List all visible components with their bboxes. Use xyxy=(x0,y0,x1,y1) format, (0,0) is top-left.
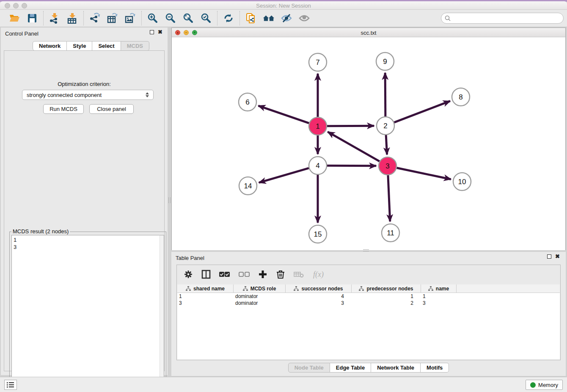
criterion-dropdown[interactable]: strongly connected component xyxy=(22,90,154,100)
table-cell[interactable]: 1 xyxy=(177,293,234,300)
table-cell[interactable]: dominator xyxy=(234,300,286,306)
close-panel-icon[interactable]: ✖ xyxy=(555,254,560,259)
column-header-predecessor-nodes[interactable]: predecessor nodes xyxy=(352,284,421,293)
tab-network-table[interactable]: Network Table xyxy=(371,363,421,373)
table-cell[interactable]: 1 xyxy=(421,293,457,300)
network-window-titlebar[interactable]: x − + scc.txt xyxy=(172,28,565,37)
dropdown-stepper-icon xyxy=(146,92,149,97)
graph-node-14[interactable]: 14 xyxy=(239,177,257,195)
search-input[interactable] xyxy=(441,13,564,24)
export-table-icon[interactable] xyxy=(107,12,118,24)
result-scrollbar[interactable] xyxy=(160,235,164,389)
table-cell[interactable]: 3 xyxy=(177,300,234,306)
graph-edge-1-2[interactable] xyxy=(327,126,374,126)
graph-node-label: 3 xyxy=(385,162,389,170)
column-header-name[interactable]: name xyxy=(421,284,457,293)
graph-node-10[interactable]: 10 xyxy=(453,173,471,190)
run-mcds-button[interactable]: Run MCDS xyxy=(43,104,84,114)
graph-edge-4-3[interactable] xyxy=(327,166,376,166)
graph-node-11[interactable]: 11 xyxy=(382,224,399,242)
graph-edge-2-9[interactable] xyxy=(385,73,385,116)
add-column-icon[interactable] xyxy=(258,270,267,279)
panel-splitter-handle[interactable] xyxy=(363,249,369,251)
graph-node-6[interactable]: 6 xyxy=(239,93,256,111)
graph-node-8[interactable]: 8 xyxy=(452,88,470,106)
graph-node-2[interactable]: 2 xyxy=(377,117,394,135)
save-session-icon[interactable] xyxy=(26,12,38,24)
table-cell[interactable]: dominator xyxy=(234,293,286,300)
column-header-MCDS-role[interactable]: MCDS role xyxy=(234,284,286,293)
table-row[interactable]: 3dominator323 xyxy=(177,300,560,306)
status-bar: Memory xyxy=(0,377,567,392)
table-cell[interactable]: 2 xyxy=(352,300,421,306)
graph-node-9[interactable]: 9 xyxy=(376,52,394,70)
graph-node-1[interactable]: 1 xyxy=(309,117,327,135)
show-all-icon[interactable] xyxy=(298,12,310,24)
graph-node-15[interactable]: 15 xyxy=(309,225,327,243)
graph-node-label: 9 xyxy=(383,58,387,66)
application-window: Session: New Session xyxy=(0,0,567,392)
close-panel-icon[interactable]: ✖ xyxy=(158,30,162,34)
import-network-icon[interactable] xyxy=(49,12,61,24)
graph-edge-3-10[interactable] xyxy=(397,168,451,179)
export-network-icon[interactable] xyxy=(89,12,101,24)
export-image-icon[interactable] xyxy=(124,12,136,24)
delete-column-icon[interactable] xyxy=(276,270,285,279)
column-header-shared-name[interactable]: shared name xyxy=(177,284,234,293)
window-title: Session: New Session xyxy=(0,3,567,9)
graph-node-4[interactable]: 4 xyxy=(309,157,327,174)
tab-network[interactable]: Network xyxy=(33,41,67,51)
column-hierarchy-icon xyxy=(186,286,191,291)
tab-edge-table[interactable]: Edge Table xyxy=(330,363,371,373)
graph-edge-3-11[interactable] xyxy=(388,175,390,221)
deselect-all-columns-icon[interactable] xyxy=(239,271,250,277)
table-cell[interactable]: 3 xyxy=(286,300,352,306)
tab-select[interactable]: Select xyxy=(92,41,121,51)
zoom-fit-icon[interactable] xyxy=(182,12,194,24)
table-row[interactable]: 1dominator411 xyxy=(177,293,560,300)
open-file-icon[interactable] xyxy=(8,12,20,24)
first-neighbors-icon[interactable] xyxy=(263,12,275,24)
node-table-container: f(x) shared nameMCDS rolesuccessor nodes… xyxy=(176,265,561,360)
graph-edge-1-6[interactable] xyxy=(259,106,309,123)
graph-node-label: 1 xyxy=(316,122,319,130)
task-history-button[interactable] xyxy=(4,380,17,390)
graph-edge-2-3[interactable] xyxy=(386,135,387,155)
table-settings-icon[interactable] xyxy=(184,270,193,279)
table-panel: Table Panel ✖ xyxy=(171,252,566,376)
select-all-columns-icon[interactable] xyxy=(219,271,230,277)
zoom-selected-icon[interactable] xyxy=(200,12,212,24)
graph-node-7[interactable]: 7 xyxy=(309,53,327,71)
mcds-result-title: MCDS result (2 nodes) xyxy=(11,228,70,235)
apply-layout-icon[interactable] xyxy=(223,12,234,24)
zoom-in-icon[interactable] xyxy=(147,12,159,24)
column-hierarchy-icon xyxy=(243,286,248,291)
network-graph-canvas[interactable]: 7968124314101511 xyxy=(172,37,565,250)
tab-motifs[interactable]: Motifs xyxy=(421,363,449,373)
panel-splitter-handle[interactable] xyxy=(168,197,171,203)
graph-node-label: 4 xyxy=(316,162,319,170)
mcds-result-text[interactable]: 1 3 xyxy=(11,235,164,389)
column-header-successor-nodes[interactable]: successor nodes xyxy=(286,284,352,293)
memory-button[interactable]: Memory xyxy=(526,380,563,390)
graph-node-3[interactable]: 3 xyxy=(379,157,396,175)
graph-edge-3-1[interactable] xyxy=(328,132,379,161)
close-panel-button[interactable]: Close panel xyxy=(89,104,134,114)
graph-node-label: 15 xyxy=(314,230,322,238)
graph-edge-4-14[interactable] xyxy=(259,168,309,182)
float-panel-icon[interactable] xyxy=(547,254,551,259)
table-cell[interactable]: 1 xyxy=(352,293,421,300)
tab-mcds[interactable]: MCDS xyxy=(121,41,149,51)
tab-style[interactable]: Style xyxy=(67,41,92,51)
float-panel-icon[interactable] xyxy=(150,30,154,34)
import-table-icon[interactable] xyxy=(66,12,78,24)
zoom-out-icon[interactable] xyxy=(165,12,176,24)
table-cell[interactable]: 3 xyxy=(421,300,457,306)
split-view-icon[interactable] xyxy=(201,270,211,279)
table-cell[interactable]: 4 xyxy=(286,293,352,300)
tab-node-table[interactable]: Node Table xyxy=(288,363,330,373)
clone-network-icon[interactable] xyxy=(245,12,257,24)
hide-selected-icon[interactable] xyxy=(281,12,292,24)
table-panel-title: Table Panel xyxy=(176,255,204,261)
graph-edge-2-8[interactable] xyxy=(394,101,450,123)
